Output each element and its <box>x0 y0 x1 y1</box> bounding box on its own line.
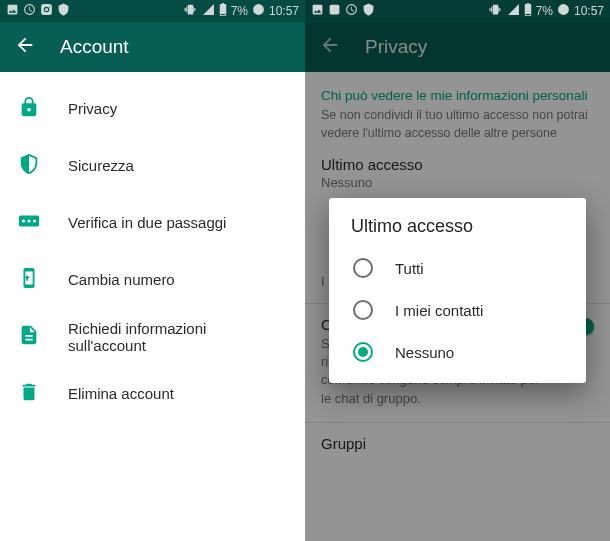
back-icon[interactable] <box>14 34 36 60</box>
notif-shield-icon <box>362 3 375 19</box>
time-text: 10:57 <box>269 4 299 18</box>
menu-label: Cambia numero <box>68 271 175 288</box>
radio-option-my-contacts[interactable]: I miei contatti <box>329 289 586 331</box>
account-screen: 7% 10:57 Account Privacy Sicurezza Verif… <box>0 0 305 541</box>
menu-label: Sicurezza <box>68 157 134 174</box>
trash-icon <box>18 381 40 407</box>
privacy-screen: 7% 10:57 Privacy Chi può vedere le mie i… <box>305 0 610 541</box>
radio-icon <box>353 342 373 362</box>
menu-item-delete-account[interactable]: Elimina account <box>0 365 305 422</box>
status-bar: 7% 10:57 <box>305 0 610 22</box>
lock-icon <box>18 96 40 122</box>
menu-item-security[interactable]: Sicurezza <box>0 137 305 194</box>
svg-point-2 <box>27 219 30 222</box>
dots-pin-icon <box>18 212 40 234</box>
svg-rect-4 <box>330 5 340 15</box>
menu-item-privacy[interactable]: Privacy <box>0 80 305 137</box>
battery-icon <box>524 3 532 19</box>
shield-icon <box>18 153 40 179</box>
radio-icon <box>353 258 373 278</box>
signal-icon <box>202 3 215 19</box>
clock-icon <box>557 3 570 19</box>
dialog-title: Ultimo accesso <box>329 216 586 247</box>
svg-point-3 <box>33 219 36 222</box>
page-title: Account <box>60 36 129 58</box>
radio-label: Tutti <box>395 260 424 277</box>
notif-app-icon <box>328 3 341 19</box>
menu-label: Richiedi informazioni sull'account <box>68 320 287 354</box>
last-seen-dialog: Ultimo accesso Tutti I miei contatti Nes… <box>329 198 586 383</box>
svg-point-1 <box>22 219 25 222</box>
radio-option-nobody[interactable]: Nessuno <box>329 331 586 373</box>
radio-label: I miei contatti <box>395 302 483 319</box>
menu-label: Privacy <box>68 100 117 117</box>
radio-option-everyone[interactable]: Tutti <box>329 247 586 289</box>
vibrate-icon <box>488 3 503 19</box>
phone-swap-icon <box>18 267 40 293</box>
menu-item-request-info[interactable]: Richiedi informazioni sull'account <box>0 308 305 365</box>
radio-icon <box>353 300 373 320</box>
battery-text: 7% <box>536 4 553 18</box>
account-menu: Privacy Sicurezza Verifica in due passag… <box>0 72 305 422</box>
notif-image-icon <box>311 3 324 19</box>
app-bar: Account <box>0 22 305 72</box>
notif-clock-icon <box>345 3 358 19</box>
menu-item-change-number[interactable]: Cambia numero <box>0 251 305 308</box>
radio-label: Nessuno <box>395 344 454 361</box>
notif-instagram-icon <box>40 3 53 19</box>
menu-item-two-step[interactable]: Verifica in due passaggi <box>0 194 305 251</box>
signal-icon <box>507 3 520 19</box>
vibrate-icon <box>183 3 198 19</box>
time-text: 10:57 <box>574 4 604 18</box>
document-icon <box>18 324 40 350</box>
status-bar: 7% 10:57 <box>0 0 305 22</box>
notif-image-icon <box>6 3 19 19</box>
menu-label: Elimina account <box>68 385 174 402</box>
notif-shield-icon <box>57 3 70 19</box>
menu-label: Verifica in due passaggi <box>68 214 226 231</box>
battery-icon <box>219 3 227 19</box>
battery-text: 7% <box>231 4 248 18</box>
notif-clock-icon <box>23 3 36 19</box>
clock-icon <box>252 3 265 19</box>
